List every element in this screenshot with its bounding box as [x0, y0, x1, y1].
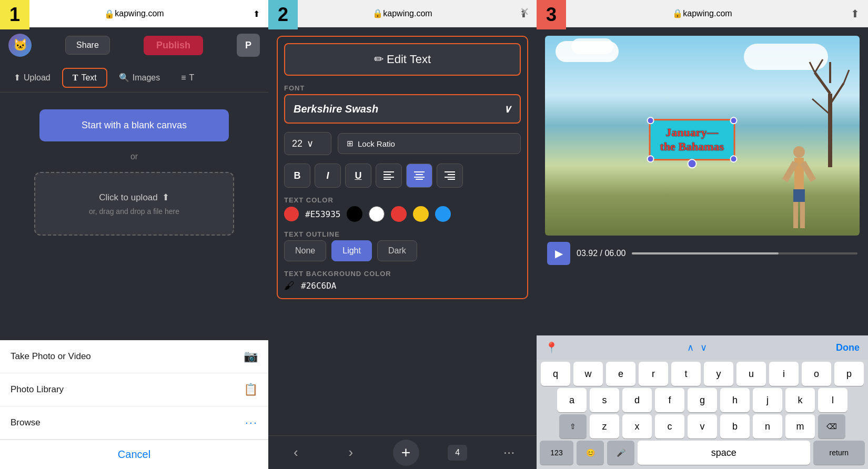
key-u[interactable]: u — [736, 362, 766, 386]
url-1: kapwing.com — [115, 9, 164, 18]
take-photo-item[interactable]: Take Photo or Video 📷 — [0, 340, 268, 373]
timeline-bar[interactable] — [632, 252, 857, 254]
svg-rect-1 — [383, 174, 391, 175]
bold-button[interactable]: B — [284, 164, 310, 188]
outline-light-button[interactable]: Light — [331, 240, 372, 261]
key-x[interactable]: x — [622, 414, 652, 439]
svg-rect-11 — [448, 179, 455, 180]
swatch-black[interactable] — [347, 206, 362, 222]
handle-bottom-right[interactable] — [730, 156, 737, 163]
lock-icon-1: 🔒 — [104, 9, 115, 19]
swatch-yellow[interactable] — [413, 206, 429, 222]
key-o[interactable]: o — [802, 362, 831, 386]
key-delete[interactable]: ⌫ — [818, 414, 845, 439]
canvas-area: January— the Bahamas ▶ 03.92 / 06.00 — [537, 27, 868, 335]
key-d[interactable]: d — [622, 388, 652, 412]
panel-1-browser-bar: 🔒 kapwing.com ⬆ — [0, 0, 268, 27]
key-mic[interactable]: 🎤 — [607, 441, 634, 465]
nav-add-button[interactable]: + — [393, 440, 419, 466]
tab-upload[interactable]: ⬆ Upload — [4, 68, 60, 87]
handle-top-left[interactable] — [647, 117, 654, 125]
key-r[interactable]: r — [639, 362, 668, 386]
outline-dark-button[interactable]: Dark — [377, 240, 417, 261]
play-button[interactable]: ▶ — [547, 242, 570, 265]
key-h[interactable]: h — [720, 388, 750, 412]
nav-badge-count[interactable]: 4 — [448, 445, 467, 461]
lock-ratio-button[interactable]: ⊞ Lock Ratio — [338, 133, 521, 154]
underline-button[interactable]: U — [345, 164, 371, 188]
key-l[interactable]: l — [818, 388, 847, 412]
key-q[interactable]: q — [541, 362, 570, 386]
kb-down-arrow[interactable]: ∨ — [700, 342, 707, 353]
key-shift[interactable]: ⇧ — [559, 414, 587, 439]
key-n[interactable]: n — [753, 414, 782, 439]
publish-button[interactable]: Publish — [144, 36, 203, 55]
align-center-button[interactable] — [406, 164, 432, 188]
share-button[interactable]: Share — [65, 36, 110, 55]
key-e[interactable]: e — [606, 362, 635, 386]
nav-forward-button[interactable]: › — [338, 440, 364, 466]
swatch-white[interactable] — [369, 206, 385, 222]
key-f[interactable]: f — [655, 388, 684, 412]
text-overlay[interactable]: January— the Bahamas — [649, 119, 735, 161]
key-j[interactable]: j — [753, 388, 782, 412]
panel-1-bottom-list: Take Photo or Video 📷 Photo Library 📋 Br… — [0, 340, 268, 469]
key-t[interactable]: t — [671, 362, 701, 386]
key-z[interactable]: z — [590, 414, 619, 439]
handle-top-right[interactable] — [730, 117, 737, 125]
key-i[interactable]: i — [769, 362, 799, 386]
key-g[interactable]: g — [688, 388, 717, 412]
outline-options-row: None Light Dark — [284, 240, 521, 261]
font-size-select[interactable]: 22 ∨ — [284, 132, 331, 155]
edit-text-button[interactable]: ✏ Edit Text — [284, 43, 521, 76]
tab-text[interactable]: T Text — [62, 68, 107, 88]
swatch-blue[interactable] — [435, 206, 451, 222]
kb-pin-icon: 📍 — [545, 341, 558, 354]
svg-rect-7 — [416, 179, 423, 180]
key-return[interactable]: return — [813, 441, 865, 465]
key-numbers[interactable]: 123 — [540, 441, 573, 465]
italic-button[interactable]: I — [315, 164, 341, 188]
kb-up-arrow[interactable]: ∧ — [687, 342, 694, 353]
align-right-button[interactable] — [437, 164, 463, 188]
keyboard-area: 📍 ∧ ∨ Done q w e r t y u i o p a s d f g — [537, 335, 868, 469]
bg-color-icon: 🖌 — [284, 280, 295, 292]
svg-rect-6 — [414, 177, 425, 178]
tab-images[interactable]: 🔍 Images — [109, 68, 169, 87]
key-v[interactable]: v — [688, 414, 717, 439]
key-a[interactable]: a — [557, 388, 587, 412]
key-c[interactable]: c — [655, 414, 684, 439]
key-m[interactable]: m — [785, 414, 815, 439]
browse-item[interactable]: Browse ··· — [0, 406, 268, 440]
text-bg-label: TEXT BACKGROUND COLOR — [284, 270, 521, 278]
key-y[interactable]: y — [704, 362, 733, 386]
kb-done-button[interactable]: Done — [836, 342, 860, 353]
share-icon-1[interactable]: ⬆ — [253, 9, 260, 19]
key-b[interactable]: b — [720, 414, 750, 439]
blank-canvas-button[interactable]: Start with a blank canvas — [39, 109, 229, 141]
key-w[interactable]: w — [573, 362, 603, 386]
font-selector[interactable]: Berkshire Swash ∨ — [284, 94, 521, 124]
nav-more-button[interactable]: ··· — [496, 440, 522, 466]
key-space[interactable]: space — [638, 441, 810, 465]
panel-3: 3 🔒 kapwing.com ⬆ — [537, 0, 868, 469]
svg-rect-10 — [445, 177, 455, 178]
tab-more[interactable]: ≡ T — [171, 69, 204, 87]
handle-bottom-left[interactable] — [647, 156, 654, 163]
swatch-red[interactable] — [391, 206, 407, 222]
share-icon-3[interactable]: ⬆ — [851, 7, 860, 20]
cancel-button[interactable]: Cancel — [118, 448, 150, 461]
key-p[interactable]: p — [834, 362, 864, 386]
text-color-section: TEXT COLOR #E53935 — [284, 196, 521, 222]
p-button[interactable]: P — [237, 34, 260, 57]
color-preview — [284, 207, 299, 221]
photo-library-item[interactable]: Photo Library 📋 — [0, 373, 268, 406]
handle-rotate[interactable] — [687, 159, 697, 169]
key-s[interactable]: s — [590, 388, 619, 412]
key-k[interactable]: k — [785, 388, 815, 412]
key-emoji[interactable]: 😊 — [577, 441, 604, 465]
align-left-button[interactable] — [376, 164, 402, 188]
nav-back-button[interactable]: ‹ — [282, 440, 309, 466]
outline-none-button[interactable]: None — [284, 240, 326, 261]
upload-drop-area[interactable]: Click to upload ⬆ or, drag and drop a fi… — [34, 172, 234, 236]
